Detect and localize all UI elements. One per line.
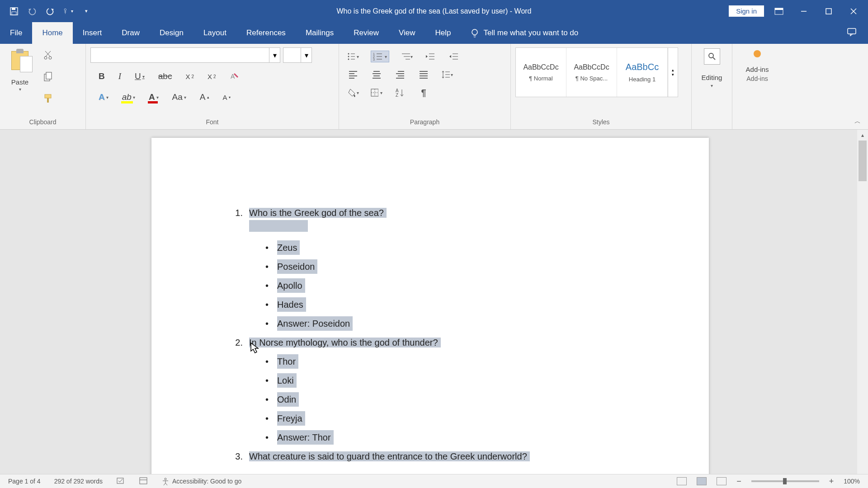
zoom-in-button[interactable]: + [829, 477, 834, 486]
align-center-button[interactable] [371, 69, 382, 80]
clear-formatting-button[interactable]: A [230, 72, 239, 81]
scroll-thumb[interactable] [859, 141, 867, 181]
shrink-font-button[interactable]: A▾ [223, 94, 231, 101]
editing-dropdown-icon[interactable]: ▾ [711, 83, 713, 88]
status-page[interactable]: Page 1 of 4 [8, 478, 41, 485]
bullets-button[interactable]: ▾ [347, 51, 359, 62]
superscript-button[interactable]: X2 [208, 73, 216, 80]
justify-button[interactable] [418, 69, 429, 80]
tab-insert[interactable]: Insert [73, 22, 112, 44]
styles-gallery[interactable]: AaBbCcDc ¶ Normal AaBbCcDc ¶ No Spac... … [515, 47, 678, 97]
paste-button[interactable]: Paste ▾ [5, 47, 35, 117]
zoom-slider-thumb[interactable] [783, 478, 787, 484]
web-layout-button[interactable] [717, 477, 726, 485]
question-2[interactable]: In Norse mythology, who is the god of th… [249, 338, 441, 347]
align-left-button[interactable] [347, 69, 359, 80]
tab-references[interactable]: References [236, 22, 296, 44]
format-painter-icon[interactable] [43, 94, 52, 105]
grow-font-button[interactable]: A▴ [200, 92, 209, 102]
touch-mode-icon[interactable]: ▾ [63, 6, 73, 16]
read-mode-button[interactable] [677, 477, 687, 485]
zoom-out-button[interactable]: − [736, 477, 741, 486]
status-accessibility[interactable]: Accessibility: Good to go [161, 477, 241, 485]
style-normal[interactable]: AaBbCcDc ¶ Normal [516, 48, 566, 97]
list-item[interactable]: Apollo [277, 278, 305, 293]
status-words[interactable]: 292 of 292 words [54, 478, 103, 485]
close-icon[interactable] [843, 2, 863, 20]
tab-home[interactable]: Home [32, 22, 72, 44]
font-size-combo[interactable]: ▾ [283, 47, 312, 63]
zoom-level[interactable]: 100% [844, 478, 860, 485]
minimize-icon[interactable] [793, 2, 814, 20]
subscript-button[interactable]: X2 [185, 73, 194, 80]
tab-draw[interactable]: Draw [112, 22, 150, 44]
zoom-slider[interactable] [751, 480, 819, 482]
show-marks-button[interactable]: ¶ [418, 87, 429, 99]
print-layout-button[interactable] [697, 477, 707, 485]
sort-button[interactable]: AZ [394, 87, 406, 99]
tab-mailings[interactable]: Mailings [296, 22, 344, 44]
sign-in-button[interactable]: Sign in [729, 5, 764, 17]
tab-review[interactable]: Review [344, 22, 389, 44]
find-button[interactable] [704, 48, 720, 65]
tell-me-search[interactable]: Tell me what you want to do [470, 22, 579, 44]
list-item[interactable]: Hades [277, 297, 306, 312]
style-heading1[interactable]: AaBbCc Heading 1 [617, 48, 668, 97]
redo-icon[interactable] [45, 6, 55, 16]
cut-icon[interactable] [43, 50, 52, 62]
list-item[interactable]: Loki [277, 373, 297, 388]
status-spellcheck-icon[interactable] [116, 477, 125, 486]
change-case-button[interactable]: Aa▾ [172, 92, 186, 102]
align-right-button[interactable] [394, 69, 406, 80]
font-size-dropdown-icon[interactable]: ▾ [301, 48, 311, 62]
undo-icon[interactable] [27, 6, 37, 16]
increase-indent-button[interactable] [448, 51, 460, 62]
comments-icon[interactable] [847, 28, 857, 38]
multilevel-list-button[interactable]: ▾ [401, 51, 413, 62]
list-item[interactable]: Thor [277, 354, 298, 369]
tab-file[interactable]: File [0, 22, 32, 44]
tab-view[interactable]: View [389, 22, 425, 44]
status-language-icon[interactable] [139, 477, 148, 486]
addins-icon[interactable] [754, 50, 761, 57]
save-icon[interactable] [9, 6, 19, 16]
question-3[interactable]: What creature is said to guard the entra… [249, 451, 530, 461]
collapse-ribbon-icon[interactable]: ︿ [854, 117, 861, 126]
list-item[interactable]: Freyja [277, 411, 305, 426]
qat-customize-icon[interactable]: ▾ [81, 6, 91, 16]
document-page[interactable]: 1. Who is the Greek god of the sea? •Zeu… [151, 138, 709, 482]
paste-dropdown-icon[interactable]: ▾ [19, 87, 21, 92]
list-item[interactable]: Zeus [277, 240, 300, 255]
underline-button[interactable]: U▾ [135, 71, 145, 81]
list-item[interactable]: Poseidon [277, 259, 317, 274]
strikethrough-button[interactable]: abc [158, 71, 172, 81]
bold-button[interactable]: B [99, 71, 105, 81]
italic-button[interactable]: I [118, 71, 121, 81]
shading-button[interactable]: ▾ [347, 87, 359, 99]
text-effects-button[interactable]: A▾ [99, 92, 108, 102]
font-color-button[interactable]: A▾ [149, 92, 159, 102]
styles-more-button[interactable]: ▴▾ [668, 48, 678, 97]
document-content[interactable]: 1. Who is the Greek god of the sea? •Zeu… [233, 206, 627, 464]
decrease-indent-button[interactable] [425, 51, 436, 62]
list-item[interactable]: Answer: Poseidon [277, 316, 353, 331]
borders-button[interactable]: ▾ [371, 87, 382, 99]
tab-layout[interactable]: Layout [193, 22, 236, 44]
ribbon-display-icon[interactable] [769, 2, 789, 20]
style-no-spacing[interactable]: AaBbCcDc ¶ No Spac... [566, 48, 617, 97]
font-name-combo[interactable]: ▾ [90, 47, 280, 63]
editing-label[interactable]: Editing [702, 74, 722, 81]
vertical-scrollbar[interactable]: ▴ ▾ [857, 130, 868, 482]
copy-icon[interactable] [43, 72, 52, 84]
list-item[interactable]: Answer: Thor [277, 430, 334, 445]
scroll-up-icon[interactable]: ▴ [857, 130, 868, 141]
tab-design[interactable]: Design [150, 22, 193, 44]
tab-help[interactable]: Help [425, 22, 461, 44]
list-item[interactable]: Odin [277, 392, 299, 407]
line-spacing-button[interactable]: ▾ [441, 69, 453, 80]
highlight-button[interactable]: ab▾ [122, 92, 135, 102]
addins-button[interactable]: Add-ins [746, 66, 769, 73]
font-name-dropdown-icon[interactable]: ▾ [269, 48, 280, 62]
question-1[interactable]: Who is the Greek god of the sea? [249, 208, 387, 218]
maximize-icon[interactable] [818, 2, 839, 20]
